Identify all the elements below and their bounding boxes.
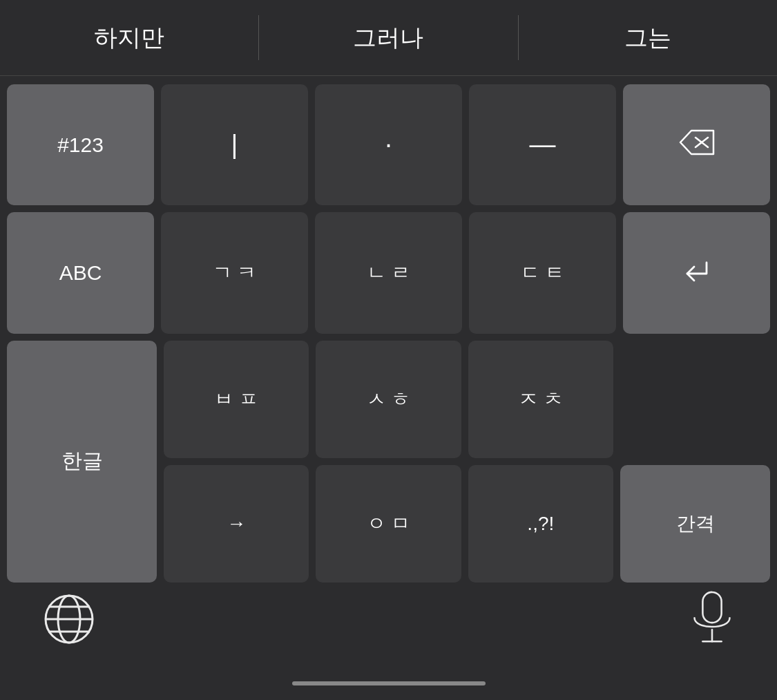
- hash-key[interactable]: #123: [7, 84, 154, 205]
- key-row-3-mid: ㅂ ㅍ ㅅ ㅎ ㅈ ㅊ: [164, 341, 613, 458]
- backspace-icon: [678, 128, 716, 162]
- svg-rect-7: [702, 592, 721, 623]
- sh-key[interactable]: ㅅ ㅎ: [316, 341, 461, 458]
- dt-key[interactable]: ㄷ ㅌ: [469, 212, 616, 333]
- mic-button[interactable]: [689, 588, 736, 653]
- abc-key[interactable]: ABC: [7, 212, 154, 333]
- middle-keys: ㅂ ㅍ ㅅ ㅎ ㅈ ㅊ → ㅇ ㅁ .,?!: [164, 341, 613, 583]
- right-keys: 간격: [620, 341, 770, 583]
- bottom-bar: [0, 583, 777, 672]
- jc-key[interactable]: ㅈ ㅊ: [468, 341, 613, 458]
- rows-3-4: 한글 ㅂ ㅍ ㅅ ㅎ ㅈ ㅊ → ㅇ ㅁ .,?! 간격: [7, 341, 770, 583]
- pipe-key[interactable]: |: [161, 84, 308, 205]
- gk-key[interactable]: ㄱ ㅋ: [161, 212, 308, 333]
- dot-key[interactable]: ·: [315, 84, 462, 205]
- key-row-4-mid: → ㅇ ㅁ .,?!: [164, 465, 613, 583]
- bp-key[interactable]: ㅂ ㅍ: [164, 341, 309, 458]
- suggestions-bar: 하지만 그러나 그는: [0, 0, 777, 76]
- punct-key[interactable]: .,?!: [468, 465, 613, 583]
- dash-key[interactable]: —: [469, 84, 616, 205]
- arrow-key[interactable]: →: [164, 465, 309, 583]
- space-key[interactable]: 간격: [620, 465, 770, 583]
- globe-button[interactable]: [41, 592, 97, 650]
- suggestion-2[interactable]: 그러나: [259, 0, 517, 75]
- key-row-1: #123 | · —: [7, 84, 770, 205]
- return-icon: [680, 256, 713, 290]
- suggestion-3[interactable]: 그는: [519, 0, 777, 75]
- microphone-icon: [689, 641, 736, 652]
- backspace-key[interactable]: [623, 84, 770, 205]
- return-key[interactable]: [623, 212, 770, 333]
- keyboard-area: #123 | · — ABC ㄱ ㅋ ㄴ ㄹ ㄷ ㅌ: [0, 76, 777, 583]
- nl-key[interactable]: ㄴ ㄹ: [315, 212, 462, 333]
- key-row-2: ABC ㄱ ㅋ ㄴ ㄹ ㄷ ㅌ: [7, 212, 770, 333]
- suggestion-1[interactable]: 하지만: [0, 0, 258, 75]
- home-bar: [292, 681, 486, 685]
- om-key[interactable]: ㅇ ㅁ: [316, 465, 461, 583]
- hangul-key[interactable]: 한글: [7, 341, 157, 583]
- globe-icon: [41, 637, 97, 649]
- spacer: [620, 341, 770, 458]
- home-indicator: [0, 672, 777, 700]
